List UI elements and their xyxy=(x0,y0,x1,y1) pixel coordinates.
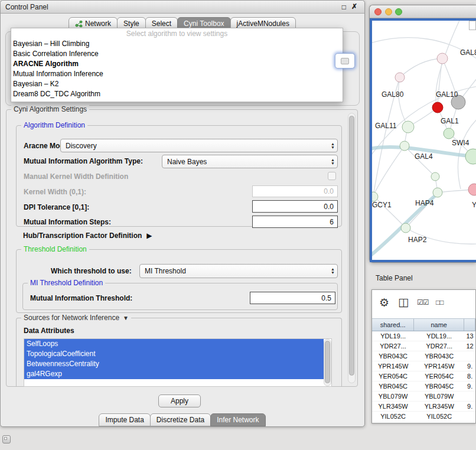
gear-icon[interactable]: ⚙ xyxy=(379,296,389,309)
dpi-tolerance-field[interactable]: 0.0 xyxy=(252,200,338,213)
cell xyxy=(464,392,475,401)
column-header-name[interactable]: name xyxy=(414,319,464,331)
algorithm-selector-button[interactable] xyxy=(335,53,355,69)
table-row[interactable]: YLR345W YLR345W 9. xyxy=(372,402,475,412)
column-header-cut[interactable] xyxy=(464,319,475,331)
algorithm-definition-group: Algorithm Definition Aracne Mode: Discov… xyxy=(16,125,342,227)
tab-impute-data[interactable]: Impute Data xyxy=(99,413,150,426)
node-gal10[interactable] xyxy=(432,102,443,113)
cell: 9. xyxy=(464,402,475,411)
tab-infer-network[interactable]: Infer Network xyxy=(210,413,265,426)
columns-icon[interactable]: ◫ xyxy=(398,295,409,309)
node-label: GAL8 xyxy=(460,48,476,57)
zoom-traffic-light[interactable] xyxy=(395,8,402,15)
window-title: Control Panel xyxy=(5,3,48,11)
aracne-mode-select[interactable]: Discovery ▲▼ xyxy=(60,139,338,152)
tab-label: Network xyxy=(85,19,111,28)
tab-label: Select xyxy=(152,19,171,28)
restore-window-icon[interactable]: □ xyxy=(342,3,346,11)
network-canvas[interactable]: GAL8 GAL80 GAL10 GAL11 GAL1 SWI4 GAL4 GC… xyxy=(370,18,476,262)
list-item[interactable]: BetweennessCentrality xyxy=(24,359,324,369)
cell: 13 xyxy=(464,331,475,341)
mi-type-label: Mutual Information Algorithm Type: xyxy=(24,157,143,165)
mi-steps-field[interactable]: 6 xyxy=(252,216,338,228)
selector-button-icon xyxy=(341,58,349,64)
attributes-scrollbar[interactable] xyxy=(324,339,331,386)
table-panel-window: ⚙ ◫ ☑☑ □□ shared... name YDL19... YDL19.… xyxy=(371,289,476,423)
list-item[interactable]: TopologicalCoefficient xyxy=(24,349,324,359)
dropdown-item[interactable]: Bayesian – K2 xyxy=(11,79,343,89)
node[interactable] xyxy=(395,73,405,82)
dropdown-item-selected[interactable]: ARACNE Algorithm xyxy=(11,59,343,69)
node-gal4[interactable] xyxy=(400,141,409,151)
manual-kernel-checkbox[interactable] xyxy=(328,172,336,180)
table-row[interactable]: YIL052C YIL052C xyxy=(372,412,475,422)
kernel-width-field[interactable]: 0.0 xyxy=(252,185,338,197)
dpi-tolerance-label: DPI Tolerance [0,1]: xyxy=(24,203,89,211)
data-attributes-list[interactable]: SelfLoops TopologicalCoefficient Between… xyxy=(24,338,332,387)
node[interactable] xyxy=(431,172,439,181)
unchecked-rows-icon[interactable]: □□ xyxy=(436,298,444,306)
node-label: GAL10 xyxy=(436,90,458,99)
list-item[interactable]: SelfLoops xyxy=(24,339,324,349)
mi-type-select[interactable]: Naive Bayes ▲▼ xyxy=(162,155,338,168)
apply-button-label: Apply xyxy=(171,397,188,405)
mi-threshold-field[interactable]: 0.5 xyxy=(250,292,335,304)
manual-kernel-label: Manual Kernel Width Definition xyxy=(24,172,128,181)
network-graph[interactable]: GAL8 GAL80 GAL10 GAL11 GAL1 SWI4 GAL4 GC… xyxy=(372,21,476,261)
dropdown-item[interactable]: Mutual Information Inference xyxy=(11,69,343,79)
cell: YDL19... xyxy=(372,331,414,341)
settings-scrollbar[interactable] xyxy=(348,113,356,383)
table-row[interactable]: YDL19... YDL19... 13 xyxy=(372,331,475,341)
settings-scrollbar-thumb[interactable] xyxy=(349,116,354,376)
threshold-definition-group: Threshold Definition Which threshold to … xyxy=(16,249,342,313)
collapsed-arrow-icon[interactable]: ▶ xyxy=(146,231,152,240)
cell: YLR345W xyxy=(372,402,414,411)
mi-threshold-value: 0.5 xyxy=(321,294,331,302)
control-panel-titlebar[interactable]: Control Panel □ ✗ xyxy=(1,1,364,14)
network-tab-icon xyxy=(75,21,83,27)
list-item[interactable]: gal4RGexp xyxy=(24,369,324,379)
network-view-window: GAL8 GAL80 GAL10 GAL11 GAL1 SWI4 GAL4 GC… xyxy=(369,5,476,263)
bottom-tabbar: Impute Data Discretize Data Infer Networ… xyxy=(1,413,364,426)
node-label: HAP2 xyxy=(408,236,427,244)
dropdown-item[interactable]: Dream8 DC_TDC Algorithm xyxy=(11,89,343,99)
network-scrollbar-corner[interactable] xyxy=(469,21,476,30)
minimize-traffic-light[interactable] xyxy=(385,8,392,15)
node[interactable] xyxy=(437,53,448,64)
node-label: GAL80 xyxy=(382,90,404,99)
cell: YLR345W xyxy=(414,402,464,411)
table-row[interactable]: YPR145W YPR145W 9. xyxy=(372,361,475,371)
attributes-scrollbar-thumb[interactable] xyxy=(325,341,330,383)
apply-button[interactable]: Apply xyxy=(158,394,201,407)
node-gal11[interactable] xyxy=(402,121,414,133)
table-row[interactable]: YDR27... YDR27... 12 xyxy=(372,341,475,351)
checked-rows-icon[interactable]: ☑☑ xyxy=(417,298,429,306)
close-traffic-light[interactable] xyxy=(374,8,382,15)
column-header-shared-name[interactable]: shared... xyxy=(372,319,414,331)
tab-label: Style xyxy=(123,19,139,28)
table-row[interactable]: YBR045C YBR045C 9. xyxy=(372,381,475,392)
expanded-arrow-icon[interactable]: ▼ xyxy=(123,314,129,322)
which-threshold-select[interactable]: MI Threshold ▲▼ xyxy=(139,264,338,278)
node-swi4[interactable] xyxy=(465,149,476,164)
dropdown-item[interactable]: Basic Correlation Inference xyxy=(11,49,343,59)
close-window-icon[interactable]: ✗ xyxy=(351,2,357,11)
group-title: Sources for Network Inference ▼ xyxy=(21,314,131,322)
table-row[interactable]: YBR043C YBR043C xyxy=(372,351,475,361)
node-gal1[interactable] xyxy=(444,128,454,139)
cell: YER054C xyxy=(372,371,414,381)
node[interactable] xyxy=(468,184,476,195)
table-row[interactable]: YBL079W YBL079W xyxy=(372,392,475,402)
node-hap4[interactable] xyxy=(433,188,442,197)
kernel-width-label: Kernel Width (0,1): xyxy=(24,188,86,196)
dropdown-item[interactable]: Bayesian – Hill Climbing xyxy=(11,39,343,49)
network-window-titlebar[interactable] xyxy=(370,5,476,18)
collapsed-panel-icon[interactable] xyxy=(2,435,11,444)
node-hap2[interactable] xyxy=(401,223,410,233)
tab-discretize-data[interactable]: Discretize Data xyxy=(150,413,211,426)
node-label: Y xyxy=(472,201,476,209)
table-row[interactable]: YER054C YER054C 8. xyxy=(372,371,475,381)
group-title: MI Threshold Definition xyxy=(28,279,105,288)
hub-definition-section[interactable]: Hub/Transcription Factor Definition ▶ xyxy=(23,231,152,240)
